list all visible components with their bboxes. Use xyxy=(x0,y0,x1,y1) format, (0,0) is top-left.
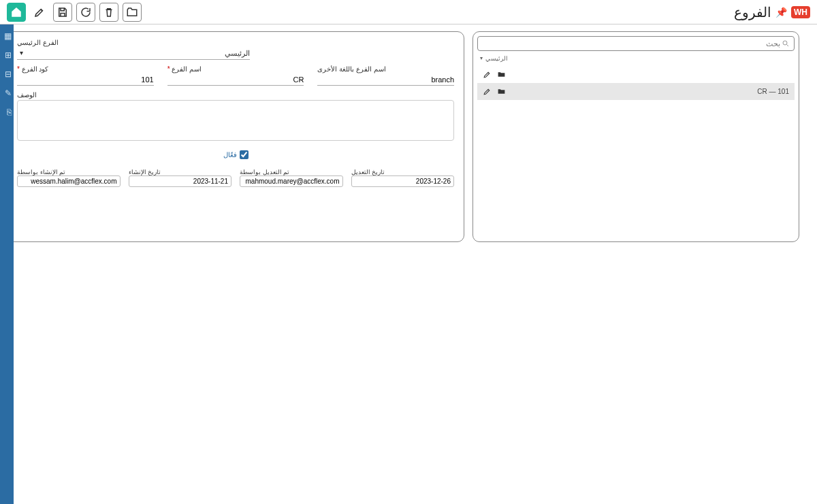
side-rail: ▦ ⊞ ⊟ ✎ ⎘ xyxy=(0,24,14,249)
form-panel: الفرع الرئيسي الرئيسي كود الفرع * اسم ال… xyxy=(7,31,464,242)
created-at-label: تاريخ الإنشاء xyxy=(129,169,161,175)
rail-icon-1[interactable]: ▦ xyxy=(2,31,12,41)
delete-button[interactable] xyxy=(99,3,118,22)
refresh-button[interactable] xyxy=(76,3,95,22)
branch-code-input[interactable] xyxy=(17,74,154,86)
branch-name-en-input[interactable] xyxy=(317,74,454,86)
created-at-value xyxy=(129,175,232,187)
rail-icon-2[interactable]: ⊞ xyxy=(2,50,12,60)
home-button[interactable] xyxy=(7,3,26,22)
tree-row[interactable]: CR — 101 xyxy=(477,83,795,100)
app-logo: WH xyxy=(791,6,810,18)
modified-by-value xyxy=(240,175,343,187)
created-by-value xyxy=(17,175,121,187)
search-icon xyxy=(782,39,790,48)
pin-icon: 📌 xyxy=(775,7,787,18)
active-checkbox[interactable] xyxy=(240,150,249,159)
modified-at-label: تاريخ التعديل xyxy=(351,169,385,175)
folder-add-icon[interactable] xyxy=(497,70,506,79)
branch-name-en-label: اسم الفرع باللغة الأخرى xyxy=(317,65,385,73)
search-bar xyxy=(477,36,795,51)
modified-by-label: تم التعديل بواسطة xyxy=(240,169,289,175)
open-button[interactable] xyxy=(123,3,142,22)
rail-icon-4[interactable]: ✎ xyxy=(2,88,12,98)
description-textarea[interactable] xyxy=(17,100,454,141)
active-label: فعّال xyxy=(223,151,237,158)
description-label: الوصف xyxy=(17,91,37,99)
parent-branch-select[interactable]: الرئيسي xyxy=(17,48,250,60)
save-button[interactable] xyxy=(53,3,72,22)
edit-icon[interactable] xyxy=(483,70,492,79)
svg-point-0 xyxy=(783,41,787,45)
page-title: الفروع xyxy=(734,4,771,20)
caret-down-icon: ▾ xyxy=(480,55,483,62)
branch-name-input[interactable] xyxy=(167,74,304,86)
search-input[interactable] xyxy=(482,38,782,49)
edit-button[interactable] xyxy=(30,3,49,22)
tree-panel: ▾ الرئيسي CR — 101 xyxy=(472,31,799,242)
branch-name-label: اسم الفرع * xyxy=(167,65,202,73)
rail-icon-5[interactable]: ⎘ xyxy=(2,107,12,117)
header-toolbar: WH 📌 الفروع xyxy=(0,0,817,24)
tree-row[interactable] xyxy=(477,66,795,83)
edit-icon[interactable] xyxy=(483,87,492,96)
modified-at-value xyxy=(351,175,455,187)
folder-add-icon[interactable] xyxy=(497,87,506,96)
rail-icon-3[interactable]: ⊟ xyxy=(2,69,12,79)
parent-branch-label: الفرع الرئيسي xyxy=(17,39,59,46)
branch-code-label: كود الفرع * xyxy=(17,65,48,73)
created-by-label: تم الإنشاء بواسطة xyxy=(17,169,65,175)
tree-root[interactable]: ▾ الرئيسي xyxy=(477,54,795,63)
